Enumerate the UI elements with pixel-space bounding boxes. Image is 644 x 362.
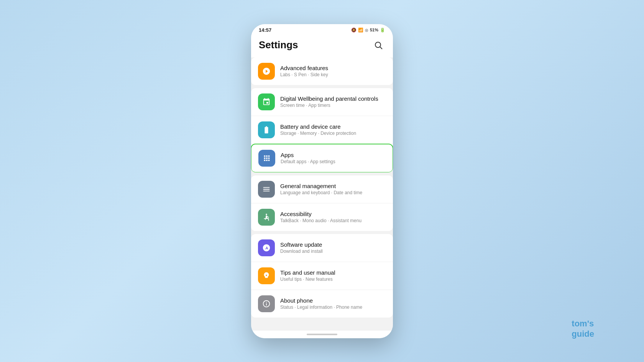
settings-item-software-update[interactable]: Software update Download and install (251, 234, 393, 262)
general-management-title: General management (280, 183, 386, 189)
search-icon (374, 41, 383, 50)
settings-group-4: Software update Download and install Tip… (251, 234, 393, 318)
home-indicator (307, 334, 337, 335)
about-phone-title: About phone (280, 297, 386, 304)
mute-icon: 🔕 (351, 28, 356, 33)
tips-text: Tips and user manual Useful tips · New f… (280, 269, 386, 282)
accessibility-title: Accessibility (280, 211, 386, 217)
apps-icon (258, 150, 275, 167)
settings-item-accessibility[interactable]: Accessibility TalkBack · Mono audio · As… (251, 203, 393, 231)
tips-subtitle: Useful tips · New features (280, 277, 386, 282)
bottom-bar (251, 331, 393, 338)
svg-point-2 (266, 213, 267, 215)
wifi-icon: 📶 (358, 28, 363, 33)
about-phone-text: About phone Status · Legal information ·… (280, 297, 386, 310)
software-update-text: Software update Download and install (280, 241, 386, 254)
svg-line-1 (380, 47, 383, 49)
apps-title: Apps (281, 152, 386, 158)
about-phone-subtitle: Status · Legal information · Phone name (280, 305, 386, 310)
tips-icon (258, 267, 275, 284)
about-phone-icon (258, 295, 275, 312)
settings-list: Advanced features Labs · S Pen · Side ke… (251, 57, 393, 331)
watermark-line2: guide (572, 329, 594, 339)
status-time: 14:57 (259, 27, 271, 33)
apps-subtitle: Default apps · App settings (281, 159, 386, 164)
software-update-subtitle: Download and install (280, 249, 386, 254)
settings-item-battery[interactable]: Battery and device care Storage · Memory… (251, 116, 393, 144)
general-management-icon (258, 181, 275, 198)
page-title: Settings (259, 39, 298, 51)
software-update-icon (258, 239, 275, 256)
settings-group-2: Digital Wellbeing and parental controls … (251, 88, 393, 172)
settings-item-apps[interactable]: Apps Default apps · App settings (251, 144, 393, 172)
digital-wellbeing-subtitle: Screen time · App timers (280, 103, 386, 108)
settings-group-3: General management Language and keyboard… (251, 175, 393, 231)
settings-group-1: Advanced features Labs · S Pen · Side ke… (251, 57, 393, 85)
battery-text: 51% (370, 28, 378, 32)
apps-text: Apps Default apps · App settings (281, 152, 386, 164)
settings-item-about-phone[interactable]: About phone Status · Legal information ·… (251, 290, 393, 318)
watermark: tom's guide (572, 319, 594, 339)
advanced-features-text: Advanced features Labs · S Pen · Side ke… (280, 65, 386, 77)
battery-text-block: Battery and device care Storage · Memory… (280, 123, 386, 136)
settings-item-general-management[interactable]: General management Language and keyboard… (251, 175, 393, 203)
battery-care-icon (258, 121, 275, 138)
battery-title: Battery and device care (280, 123, 386, 130)
signal-icon: ◎ (365, 28, 368, 32)
settings-item-digital-wellbeing[interactable]: Digital Wellbeing and parental controls … (251, 88, 393, 116)
digital-wellbeing-icon (258, 93, 275, 110)
status-icons: 🔕 📶 ◎ 51% 🔋 (351, 28, 385, 33)
battery-icon: 🔋 (380, 28, 385, 33)
accessibility-icon (258, 209, 275, 226)
settings-item-tips[interactable]: Tips and user manual Useful tips · New f… (251, 262, 393, 290)
digital-wellbeing-text: Digital Wellbeing and parental controls … (280, 95, 386, 108)
search-button[interactable] (371, 38, 385, 52)
svg-point-0 (375, 42, 381, 48)
tips-title: Tips and user manual (280, 269, 386, 276)
settings-header: Settings (251, 34, 393, 57)
advanced-features-title: Advanced features (280, 65, 386, 71)
software-update-title: Software update (280, 241, 386, 248)
accessibility-text: Accessibility TalkBack · Mono audio · As… (280, 211, 386, 223)
accessibility-subtitle: TalkBack · Mono audio · Assistant menu (280, 218, 386, 223)
settings-item-advanced-features[interactable]: Advanced features Labs · S Pen · Side ke… (251, 57, 393, 85)
status-bar: 14:57 🔕 📶 ◎ 51% 🔋 (251, 24, 393, 34)
watermark-line1: tom's (572, 319, 594, 329)
battery-subtitle: Storage · Memory · Device protection (280, 131, 386, 136)
advanced-features-icon (258, 63, 275, 80)
phone-frame: 14:57 🔕 📶 ◎ 51% 🔋 Settings (251, 24, 393, 338)
general-management-subtitle: Language and keyboard · Date and time (280, 190, 386, 195)
advanced-features-subtitle: Labs · S Pen · Side key (280, 72, 386, 77)
digital-wellbeing-title: Digital Wellbeing and parental controls (280, 95, 386, 102)
general-management-text: General management Language and keyboard… (280, 183, 386, 195)
